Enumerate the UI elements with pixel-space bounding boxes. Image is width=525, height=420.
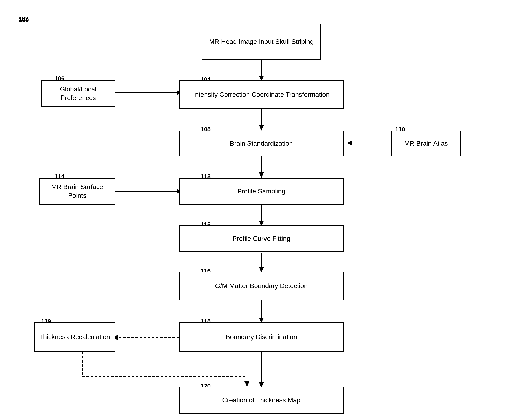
node-102-label: 102	[19, 15, 28, 22]
node-114: MR Brain Surface Points	[39, 178, 115, 205]
node-116: G/M Matter Boundary Detection	[179, 272, 344, 300]
node-108: Brain Standardization	[179, 131, 344, 156]
node-104: Intensity Correction Coordinate Transfor…	[179, 80, 344, 109]
node-119: Thickness Recalculation	[34, 322, 115, 352]
node-115: Profile Curve Fitting	[179, 225, 344, 252]
node-112: Profile Sampling	[179, 178, 344, 205]
node-110: MR Brain Atlas	[391, 131, 461, 156]
node-106: Global/Local Preferences	[41, 80, 115, 107]
svg-marker-23	[244, 381, 249, 387]
svg-marker-7	[347, 140, 352, 146]
svg-marker-9	[259, 172, 264, 178]
node-118: Boundary Discrimination	[179, 322, 344, 352]
node-102: MR Head Image Input Skull Striping	[202, 24, 321, 60]
node-120: Creation of Thickness Map	[179, 387, 344, 414]
svg-marker-3	[259, 125, 264, 131]
